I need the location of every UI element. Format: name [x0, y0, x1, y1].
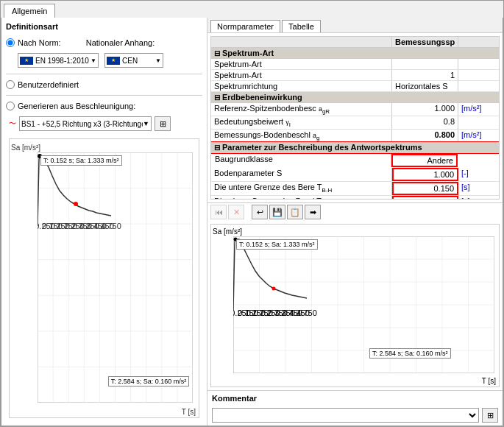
param-name-boden: Bodenparameter S — [211, 168, 392, 181]
chart-y-label: Sa [m/s²] — [11, 144, 40, 152]
toolbar-copy-button[interactable]: 📋 — [287, 205, 303, 219]
beschl-value: BS1 - +52,5 Richtung x3 (3-Richtunge ... — [21, 120, 143, 128]
norm-select[interactable]: ★ EN 1998-1:2010 ▼ — [18, 53, 99, 68]
nach-norm-row: Nach Norm: Nationaler Anhang: — [6, 38, 202, 47]
delete-icon: ✕ — [233, 208, 240, 217]
param-value-agr: 1.000 — [392, 103, 458, 116]
kommentar-row: ⊞ — [212, 408, 498, 423]
col-header-row: Bemessungssp — [211, 37, 499, 48]
col-header-unit — [458, 37, 499, 47]
row-tb[interactable]: Die untere Grenze des Bere TB-H 0.150 [s… — [211, 182, 499, 196]
toolbar-first-button[interactable]: ⏮ — [210, 205, 227, 219]
row-bedeutung[interactable]: Bedeutungsbeiwert γI 0.8 — [211, 116, 499, 130]
group-erdbeben[interactable]: ⊟ Erdbebeneinwirkung — [211, 92, 499, 103]
norm-dropdowns-row: ★ EN 1998-1:2010 ▼ ★ CEN ▼ — [18, 53, 202, 68]
copy-icon: 📋 — [290, 208, 300, 217]
param-unit-spektrum-art-1 — [458, 59, 499, 69]
group-parameter[interactable]: ⊟ Parameter zur Beschreibung des Antwort… — [211, 142, 499, 153]
kommentar-browse-icon: ⊞ — [487, 411, 494, 420]
row-ag[interactable]: Bemessungs-Bodenbeschl ag 0.800 [m/s²] — [211, 130, 499, 143]
param-value-tb: 0.150 — [392, 182, 458, 195]
toolbar-save-button[interactable]: 💾 — [269, 205, 285, 219]
chart-x-label: T [s] — [182, 408, 196, 416]
param-value-bedeutung: 0.8 — [392, 116, 458, 129]
toolbar-undo-button[interactable]: ↩ — [252, 205, 268, 219]
param-value-tc: 0.400 — [392, 196, 458, 200]
param-name-bedeutung: Bedeutungsbeiwert γI — [211, 116, 392, 129]
kommentar-select[interactable] — [212, 408, 479, 423]
gen-beschl-radio[interactable] — [6, 102, 15, 110]
user-defined-radio[interactable] — [6, 80, 15, 89]
param-name-agr: Referenz-Spitzenbodenbesc agR — [211, 103, 392, 116]
param-table: Bemessungssp ⊟ Spektrum-Art Spektrum-Art… — [210, 36, 500, 200]
chart-container: Sa [m/s²] T [s] — [9, 138, 199, 418]
user-defined-row: Benutzerdefiniert — [6, 80, 202, 89]
undo-icon: ↩ — [257, 208, 263, 217]
param-name-baugrund: Baugrundklasse — [212, 154, 391, 167]
group-label-1: Spektrum-Art — [222, 49, 274, 57]
toolbar-delete-button[interactable]: ✕ — [228, 205, 244, 219]
group-spektrum-art[interactable]: ⊟ Spektrum-Art — [211, 48, 499, 59]
gen-beschl-label: Generieren aus Beschleunigung: — [18, 102, 135, 110]
norm-dropdown-arrow: ▼ — [90, 57, 96, 64]
param-name-spektrum-art-1: Spektrum-Art — [211, 59, 392, 69]
param-unit-tc: [s] — [458, 196, 499, 200]
content-area: Definitionsart Nach Norm: Nationaler Anh… — [1, 18, 503, 426]
right-chart-y-label: Sa [m/s²] — [213, 227, 242, 236]
param-name-spektrumrichtung: Spektrumrichtung — [211, 81, 392, 91]
chart-svg: 1.400 1.200 1.000 0.800 0.600 0.400 0.20… — [38, 152, 193, 403]
right-chart-x-label: T [s] — [482, 377, 496, 385]
beschl-dropdown-arrow: ▼ — [143, 120, 149, 127]
norm-value: EN 1998-1:2010 — [35, 57, 89, 65]
tooltip-1: T: 0.152 s; Sa: 1.333 m/s² — [40, 155, 122, 166]
col-header-name — [211, 37, 392, 47]
beschl-input-row: 〜 BS1 - +52,5 Richtung x3 (3-Richtunge .… — [6, 116, 202, 131]
param-name-tc: Die obere Grenze des Berei TC-H — [211, 196, 392, 200]
param-unit-ag: [m/s²] — [458, 130, 499, 142]
tab-bar: Allgemein — [1, 1, 503, 18]
valley-dot — [74, 202, 78, 206]
param-unit-spektrumrichtung — [458, 81, 499, 91]
export-icon: ➡ — [310, 208, 316, 217]
row-spektrum-art-2[interactable]: Spektrum-Art 1 — [211, 70, 499, 81]
row-baugrund[interactable]: Baugrundklasse Andere — [211, 153, 499, 168]
param-value-spektrum-art-2: 1 — [392, 70, 458, 80]
param-value-boden: 1.000 — [392, 168, 458, 181]
cen-select[interactable]: ★ CEN ▼ — [104, 53, 163, 68]
divider-1 — [6, 74, 202, 74]
tab-tabelle[interactable]: Tabelle — [282, 20, 321, 32]
tooltip-2: T: 2.584 s; Sa: 0.160 m/s² — [108, 376, 190, 387]
beschl-browse-button[interactable]: ⊞ — [155, 116, 171, 131]
tab-normparameter[interactable]: Normparameter — [210, 20, 280, 32]
param-unit-baugrund — [458, 154, 498, 167]
kommentar-browse-button[interactable]: ⊞ — [482, 408, 498, 423]
browse-icon: ⊞ — [160, 119, 166, 129]
nach-norm-label: Nach Norm: — [18, 38, 61, 47]
norm-tabs: Normparameter Tabelle — [207, 18, 503, 33]
gen-beschl-row: Generieren aus Beschleunigung: — [6, 102, 202, 110]
param-name-spektrum-art-2: Spektrum-Art — [211, 70, 392, 80]
row-agr[interactable]: Referenz-Spitzenbodenbesc agR 1.000 [m/s… — [211, 103, 499, 116]
main-window: Allgemein Definitionsart Nach Norm: Nati… — [0, 0, 504, 427]
cen-dropdown-arrow: ▼ — [155, 57, 161, 64]
tab-allgemein[interactable]: Allgemein — [4, 4, 55, 18]
user-defined-label: Benutzerdefiniert — [18, 80, 79, 89]
beschl-input[interactable]: BS1 - +52,5 Richtung x3 (3-Richtunge ...… — [19, 116, 152, 131]
cen-value: CEN — [122, 57, 138, 65]
kommentar-section: Kommentar ⊞ — [207, 390, 503, 426]
save-icon: 💾 — [272, 208, 283, 217]
toolbar-export-button[interactable]: ➡ — [305, 205, 321, 219]
row-spektrum-art-1[interactable]: Spektrum-Art — [211, 59, 499, 70]
nach-norm-radio[interactable] — [6, 38, 15, 47]
left-panel: Definitionsart Nach Norm: Nationaler Anh… — [1, 18, 207, 426]
param-unit-boden: [-] — [458, 168, 499, 181]
row-tc[interactable]: Die obere Grenze des Berei TC-H 0.400 [s… — [211, 196, 499, 200]
expand-icon-1: ⊟ — [214, 49, 220, 57]
expand-icon-3: ⊟ — [214, 144, 220, 152]
row-boden[interactable]: Bodenparameter S 1.000 [-] — [211, 168, 499, 182]
row-spektrumrichtung[interactable]: Spektrumrichtung Horizontales S — [211, 81, 499, 92]
svg-text:4.750: 4.750 — [101, 222, 121, 230]
right-tooltip-2: T: 2.584 s; Sa: 0.160 m/s² — [369, 348, 451, 359]
group-label-3: Parameter zur Beschreibung des Antwortsp… — [222, 143, 422, 152]
divider-2 — [6, 95, 202, 96]
